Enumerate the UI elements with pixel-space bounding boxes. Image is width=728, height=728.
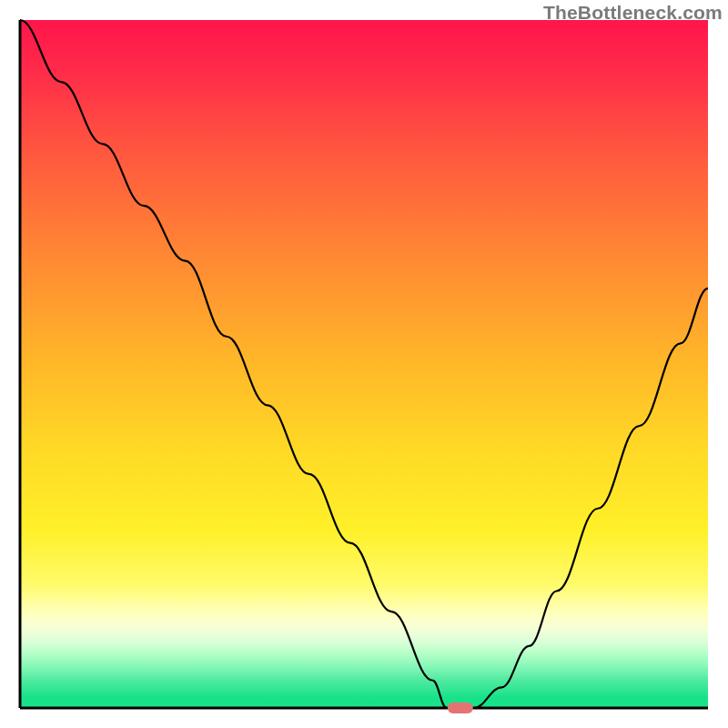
chart-svg — [0, 0, 728, 728]
optimal-marker — [448, 703, 473, 713]
watermark-text: TheBottleneck.com — [543, 2, 723, 24]
bottleneck-chart: TheBottleneck.com — [0, 0, 728, 728]
gradient-background — [20, 20, 708, 708]
